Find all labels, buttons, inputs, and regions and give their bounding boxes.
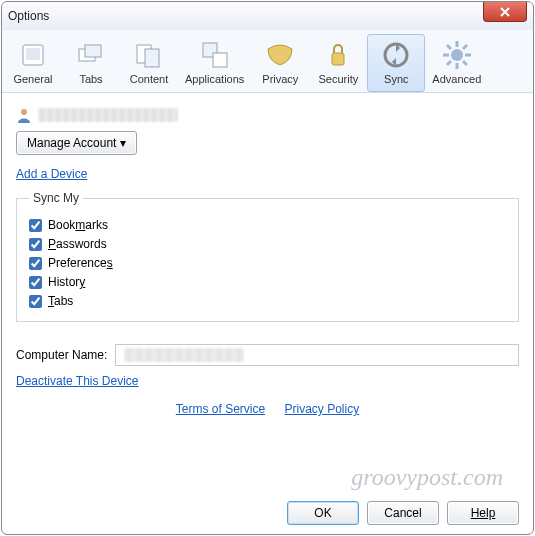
sync-label: Bookmarks	[48, 218, 108, 232]
tab-label: Content	[127, 73, 171, 85]
close-button[interactable]	[483, 2, 527, 22]
svg-rect-8	[332, 53, 344, 65]
deactivate-device-link[interactable]: Deactivate This Device	[16, 374, 139, 388]
help-button[interactable]: Help	[447, 501, 519, 525]
tab-label: Applications	[185, 73, 244, 85]
sync-item-4[interactable]: Tabs	[29, 294, 506, 308]
watermark: groovypost.com	[351, 464, 503, 491]
category-toolbar: GeneralTabsContentApplicationsPrivacySec…	[2, 30, 533, 93]
tab-tabs[interactable]: Tabs	[62, 34, 120, 92]
cancel-button[interactable]: Cancel	[367, 501, 439, 525]
account-name-redacted	[38, 108, 178, 122]
sync-checkbox[interactable]	[29, 238, 42, 251]
footer-links: Terms of Service Privacy Policy	[16, 402, 519, 416]
tab-label: Sync	[374, 73, 418, 85]
computer-name-label: Computer Name:	[16, 348, 107, 362]
tab-content[interactable]: Content	[120, 34, 178, 92]
close-icon	[500, 7, 510, 17]
svg-rect-1	[26, 48, 40, 60]
tab-sync[interactable]: Sync	[367, 34, 425, 92]
add-device-link[interactable]: Add a Device	[16, 167, 87, 181]
tabs-icon	[75, 39, 107, 71]
tab-privacy[interactable]: Privacy	[251, 34, 309, 92]
tab-label: Privacy	[258, 73, 302, 85]
titlebar: Options	[2, 2, 533, 30]
user-icon	[16, 107, 32, 123]
tab-general[interactable]: General	[4, 34, 62, 92]
sync-item-3[interactable]: History	[29, 275, 506, 289]
svg-rect-5	[145, 49, 159, 67]
sync-label: Tabs	[48, 294, 73, 308]
tab-label: Advanced	[432, 73, 481, 85]
account-row	[16, 107, 519, 123]
sync-icon	[380, 39, 412, 71]
sync-my-legend: Sync My	[29, 191, 83, 205]
manage-account-button[interactable]: Manage Account ▾	[16, 131, 137, 155]
privacy-policy-link[interactable]: Privacy Policy	[285, 402, 360, 416]
ok-button[interactable]: OK	[287, 501, 359, 525]
sync-item-0[interactable]: Bookmarks	[29, 218, 506, 232]
terms-of-service-link[interactable]: Terms of Service	[176, 402, 265, 416]
window-title: Options	[8, 9, 49, 23]
content-icon	[133, 39, 165, 71]
monitor-icon	[17, 39, 49, 71]
svg-line-16	[463, 61, 467, 65]
sync-item-1[interactable]: Passwords	[29, 237, 506, 251]
sync-my-group: Sync My BookmarksPasswordsPreferencesHis…	[16, 191, 519, 322]
svg-rect-3	[85, 45, 101, 57]
tab-advanced[interactable]: Advanced	[425, 34, 488, 92]
svg-line-18	[447, 61, 451, 65]
tab-label: Tabs	[69, 73, 113, 85]
sync-item-2[interactable]: Preferences	[29, 256, 506, 270]
svg-rect-7	[213, 53, 227, 67]
sync-checkbox[interactable]	[29, 257, 42, 270]
mask-icon	[264, 39, 296, 71]
tab-security[interactable]: Security	[309, 34, 367, 92]
gear-icon	[441, 39, 473, 71]
sync-label: History	[48, 275, 85, 289]
sync-checkbox[interactable]	[29, 295, 42, 308]
tab-label: General	[11, 73, 55, 85]
tab-applications[interactable]: Applications	[178, 34, 251, 92]
lock-icon	[322, 39, 354, 71]
sync-checkbox[interactable]	[29, 219, 42, 232]
applications-icon	[199, 39, 231, 71]
sync-label: Passwords	[48, 237, 107, 251]
svg-point-19	[21, 109, 27, 115]
sync-label: Preferences	[48, 256, 113, 270]
svg-line-17	[463, 45, 467, 49]
sync-checkbox[interactable]	[29, 276, 42, 289]
svg-line-15	[447, 45, 451, 49]
tab-label: Security	[316, 73, 360, 85]
computer-name-redacted	[124, 348, 244, 362]
svg-point-10	[451, 49, 463, 61]
